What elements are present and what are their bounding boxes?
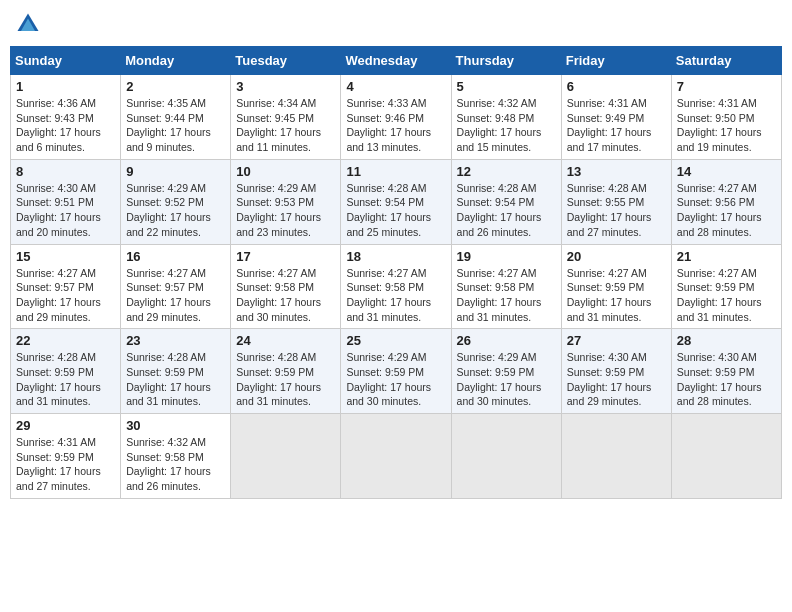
day-number: 23 bbox=[126, 333, 225, 348]
day-number: 16 bbox=[126, 249, 225, 264]
day-header-thursday: Thursday bbox=[451, 47, 561, 75]
day-info: Sunrise: 4:33 AM Sunset: 9:46 PM Dayligh… bbox=[346, 96, 445, 155]
day-info: Sunrise: 4:31 AM Sunset: 9:59 PM Dayligh… bbox=[16, 435, 115, 494]
calendar-cell: 23Sunrise: 4:28 AM Sunset: 9:59 PM Dayli… bbox=[121, 329, 231, 414]
calendar-week-row: 29Sunrise: 4:31 AM Sunset: 9:59 PM Dayli… bbox=[11, 414, 782, 499]
day-info: Sunrise: 4:27 AM Sunset: 9:58 PM Dayligh… bbox=[236, 266, 335, 325]
day-info: Sunrise: 4:28 AM Sunset: 9:54 PM Dayligh… bbox=[346, 181, 445, 240]
calendar-table: SundayMondayTuesdayWednesdayThursdayFrid… bbox=[10, 46, 782, 499]
day-number: 1 bbox=[16, 79, 115, 94]
day-number: 27 bbox=[567, 333, 666, 348]
calendar-week-row: 8Sunrise: 4:30 AM Sunset: 9:51 PM Daylig… bbox=[11, 159, 782, 244]
day-number: 10 bbox=[236, 164, 335, 179]
day-header-friday: Friday bbox=[561, 47, 671, 75]
day-header-monday: Monday bbox=[121, 47, 231, 75]
day-info: Sunrise: 4:28 AM Sunset: 9:55 PM Dayligh… bbox=[567, 181, 666, 240]
calendar-cell: 18Sunrise: 4:27 AM Sunset: 9:58 PM Dayli… bbox=[341, 244, 451, 329]
day-info: Sunrise: 4:31 AM Sunset: 9:49 PM Dayligh… bbox=[567, 96, 666, 155]
day-header-saturday: Saturday bbox=[671, 47, 781, 75]
calendar-cell: 27Sunrise: 4:30 AM Sunset: 9:59 PM Dayli… bbox=[561, 329, 671, 414]
calendar-cell: 29Sunrise: 4:31 AM Sunset: 9:59 PM Dayli… bbox=[11, 414, 121, 499]
day-number: 24 bbox=[236, 333, 335, 348]
calendar-cell: 14Sunrise: 4:27 AM Sunset: 9:56 PM Dayli… bbox=[671, 159, 781, 244]
day-info: Sunrise: 4:29 AM Sunset: 9:53 PM Dayligh… bbox=[236, 181, 335, 240]
calendar-cell: 28Sunrise: 4:30 AM Sunset: 9:59 PM Dayli… bbox=[671, 329, 781, 414]
calendar-cell: 26Sunrise: 4:29 AM Sunset: 9:59 PM Dayli… bbox=[451, 329, 561, 414]
calendar-cell: 22Sunrise: 4:28 AM Sunset: 9:59 PM Dayli… bbox=[11, 329, 121, 414]
day-number: 19 bbox=[457, 249, 556, 264]
calendar-cell: 11Sunrise: 4:28 AM Sunset: 9:54 PM Dayli… bbox=[341, 159, 451, 244]
day-info: Sunrise: 4:36 AM Sunset: 9:43 PM Dayligh… bbox=[16, 96, 115, 155]
day-info: Sunrise: 4:28 AM Sunset: 9:59 PM Dayligh… bbox=[126, 350, 225, 409]
calendar-cell: 1Sunrise: 4:36 AM Sunset: 9:43 PM Daylig… bbox=[11, 75, 121, 160]
calendar-week-row: 15Sunrise: 4:27 AM Sunset: 9:57 PM Dayli… bbox=[11, 244, 782, 329]
day-info: Sunrise: 4:27 AM Sunset: 9:58 PM Dayligh… bbox=[457, 266, 556, 325]
day-number: 20 bbox=[567, 249, 666, 264]
day-header-wednesday: Wednesday bbox=[341, 47, 451, 75]
day-header-tuesday: Tuesday bbox=[231, 47, 341, 75]
day-info: Sunrise: 4:34 AM Sunset: 9:45 PM Dayligh… bbox=[236, 96, 335, 155]
calendar-cell: 5Sunrise: 4:32 AM Sunset: 9:48 PM Daylig… bbox=[451, 75, 561, 160]
day-info: Sunrise: 4:28 AM Sunset: 9:54 PM Dayligh… bbox=[457, 181, 556, 240]
day-info: Sunrise: 4:28 AM Sunset: 9:59 PM Dayligh… bbox=[16, 350, 115, 409]
calendar-cell: 10Sunrise: 4:29 AM Sunset: 9:53 PM Dayli… bbox=[231, 159, 341, 244]
day-info: Sunrise: 4:27 AM Sunset: 9:59 PM Dayligh… bbox=[677, 266, 776, 325]
day-info: Sunrise: 4:27 AM Sunset: 9:58 PM Dayligh… bbox=[346, 266, 445, 325]
calendar-cell bbox=[561, 414, 671, 499]
day-number: 12 bbox=[457, 164, 556, 179]
calendar-cell: 17Sunrise: 4:27 AM Sunset: 9:58 PM Dayli… bbox=[231, 244, 341, 329]
calendar-cell: 8Sunrise: 4:30 AM Sunset: 9:51 PM Daylig… bbox=[11, 159, 121, 244]
day-info: Sunrise: 4:27 AM Sunset: 9:57 PM Dayligh… bbox=[16, 266, 115, 325]
day-number: 13 bbox=[567, 164, 666, 179]
day-info: Sunrise: 4:31 AM Sunset: 9:50 PM Dayligh… bbox=[677, 96, 776, 155]
calendar-cell: 2Sunrise: 4:35 AM Sunset: 9:44 PM Daylig… bbox=[121, 75, 231, 160]
day-header-sunday: Sunday bbox=[11, 47, 121, 75]
calendar-cell: 15Sunrise: 4:27 AM Sunset: 9:57 PM Dayli… bbox=[11, 244, 121, 329]
calendar-cell: 21Sunrise: 4:27 AM Sunset: 9:59 PM Dayli… bbox=[671, 244, 781, 329]
day-number: 9 bbox=[126, 164, 225, 179]
calendar-cell: 9Sunrise: 4:29 AM Sunset: 9:52 PM Daylig… bbox=[121, 159, 231, 244]
calendar-cell: 6Sunrise: 4:31 AM Sunset: 9:49 PM Daylig… bbox=[561, 75, 671, 160]
calendar-week-row: 22Sunrise: 4:28 AM Sunset: 9:59 PM Dayli… bbox=[11, 329, 782, 414]
day-number: 3 bbox=[236, 79, 335, 94]
day-info: Sunrise: 4:30 AM Sunset: 9:59 PM Dayligh… bbox=[677, 350, 776, 409]
calendar-cell: 16Sunrise: 4:27 AM Sunset: 9:57 PM Dayli… bbox=[121, 244, 231, 329]
day-number: 29 bbox=[16, 418, 115, 433]
calendar-cell: 4Sunrise: 4:33 AM Sunset: 9:46 PM Daylig… bbox=[341, 75, 451, 160]
day-number: 11 bbox=[346, 164, 445, 179]
day-info: Sunrise: 4:30 AM Sunset: 9:51 PM Dayligh… bbox=[16, 181, 115, 240]
day-info: Sunrise: 4:32 AM Sunset: 9:48 PM Dayligh… bbox=[457, 96, 556, 155]
calendar-cell: 7Sunrise: 4:31 AM Sunset: 9:50 PM Daylig… bbox=[671, 75, 781, 160]
day-number: 18 bbox=[346, 249, 445, 264]
page-header bbox=[10, 10, 782, 38]
calendar-cell bbox=[451, 414, 561, 499]
day-number: 28 bbox=[677, 333, 776, 348]
calendar-week-row: 1Sunrise: 4:36 AM Sunset: 9:43 PM Daylig… bbox=[11, 75, 782, 160]
day-number: 2 bbox=[126, 79, 225, 94]
day-info: Sunrise: 4:29 AM Sunset: 9:59 PM Dayligh… bbox=[457, 350, 556, 409]
calendar-cell: 24Sunrise: 4:28 AM Sunset: 9:59 PM Dayli… bbox=[231, 329, 341, 414]
day-number: 4 bbox=[346, 79, 445, 94]
calendar-cell: 19Sunrise: 4:27 AM Sunset: 9:58 PM Dayli… bbox=[451, 244, 561, 329]
day-info: Sunrise: 4:35 AM Sunset: 9:44 PM Dayligh… bbox=[126, 96, 225, 155]
day-info: Sunrise: 4:27 AM Sunset: 9:57 PM Dayligh… bbox=[126, 266, 225, 325]
calendar-cell: 25Sunrise: 4:29 AM Sunset: 9:59 PM Dayli… bbox=[341, 329, 451, 414]
day-number: 8 bbox=[16, 164, 115, 179]
calendar-cell bbox=[341, 414, 451, 499]
day-info: Sunrise: 4:32 AM Sunset: 9:58 PM Dayligh… bbox=[126, 435, 225, 494]
day-number: 22 bbox=[16, 333, 115, 348]
day-number: 7 bbox=[677, 79, 776, 94]
calendar-cell: 30Sunrise: 4:32 AM Sunset: 9:58 PM Dayli… bbox=[121, 414, 231, 499]
day-number: 17 bbox=[236, 249, 335, 264]
logo-icon bbox=[14, 10, 42, 38]
day-number: 25 bbox=[346, 333, 445, 348]
calendar-cell: 20Sunrise: 4:27 AM Sunset: 9:59 PM Dayli… bbox=[561, 244, 671, 329]
day-info: Sunrise: 4:28 AM Sunset: 9:59 PM Dayligh… bbox=[236, 350, 335, 409]
day-info: Sunrise: 4:29 AM Sunset: 9:59 PM Dayligh… bbox=[346, 350, 445, 409]
calendar-cell bbox=[671, 414, 781, 499]
day-number: 30 bbox=[126, 418, 225, 433]
day-number: 5 bbox=[457, 79, 556, 94]
calendar-header-row: SundayMondayTuesdayWednesdayThursdayFrid… bbox=[11, 47, 782, 75]
calendar-cell bbox=[231, 414, 341, 499]
day-info: Sunrise: 4:30 AM Sunset: 9:59 PM Dayligh… bbox=[567, 350, 666, 409]
